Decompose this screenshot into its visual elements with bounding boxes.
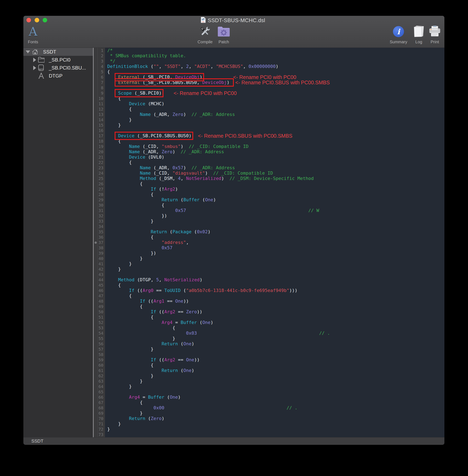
print-button[interactable]: Print	[419, 25, 444, 44]
code-line[interactable]: Name (_ADR, Zero) // _ADR: Address	[105, 112, 330, 117]
code-line[interactable]: Arg4 = Buffer (One)	[105, 320, 330, 325]
code-line[interactable]: * SMBus compatibility table.	[105, 53, 330, 59]
code-line[interactable]: If (!Arg2)	[105, 187, 330, 192]
code-line[interactable]: }	[105, 411, 330, 416]
code-line[interactable]: Name (_ADR, 0x57) // _ADR: Address	[105, 165, 330, 170]
code-line[interactable]: }	[105, 346, 330, 352]
line-number: 11	[94, 101, 103, 106]
code-line[interactable]: }	[105, 336, 330, 341]
code-line[interactable]: Method (DTGP, 5, NotSerialized)	[105, 277, 330, 283]
code-line[interactable]	[105, 272, 330, 277]
zoom-button[interactable]	[43, 18, 47, 22]
code-line[interactable]: Method (_DSM, 4, NotSerialized) // _DSM:…	[105, 176, 330, 181]
code-line[interactable]: Name (_CID, "smbus") // _CID: Compatible…	[105, 144, 330, 149]
code-line[interactable]: {	[105, 283, 330, 288]
code-line[interactable]: Arg4 = Buffer (One)	[105, 395, 330, 400]
patch-icon	[208, 25, 239, 38]
line-number: 20	[94, 149, 103, 154]
code-line[interactable]: DefinitionBlock ("", "SSDT", 2, "ACDT", …	[105, 64, 330, 69]
code-line[interactable]: }	[105, 117, 330, 122]
line-number: 5	[94, 69, 103, 74]
sidebar-item-dtgp[interactable]: DTGP	[23, 72, 93, 80]
code-line[interactable]: {	[105, 293, 330, 298]
line-number: 19	[94, 144, 103, 149]
code-line[interactable]: Device (DVL0)	[105, 154, 330, 160]
code-line[interactable]: Return (Buffer (One)	[105, 197, 330, 203]
code-line[interactable]: 0x57	[105, 245, 330, 251]
code-line[interactable]	[105, 352, 330, 357]
code-line[interactable]: If ((Arg1 == One))	[105, 298, 330, 304]
line-number: 22	[94, 160, 103, 165]
sidebar-item-label: _SB.PCI0.SBU...	[49, 65, 86, 71]
line-number: 47	[94, 293, 103, 298]
code-line[interactable]: If ((Arg2 == One))	[105, 357, 330, 363]
code-line[interactable]: 0x03 // .	[105, 330, 330, 336]
fonts-label: Fonts	[23, 40, 48, 44]
sidebar-item-label: DTGP	[49, 73, 62, 79]
code-line[interactable]: }	[105, 427, 330, 432]
sidebar-item-ssdt[interactable]: SSDT	[23, 48, 93, 56]
line-number: 59	[94, 357, 103, 363]
code-line[interactable]: {	[105, 400, 330, 405]
code-line[interactable]: If ((Arg0 == ToUUID ("a0b5b7c6-1318-441c…	[105, 288, 330, 293]
code-line[interactable]: }	[105, 256, 330, 261]
disclosure-triangle-icon[interactable]	[26, 50, 30, 53]
code-line[interactable]: {	[105, 192, 330, 197]
code-line[interactable]: Return (One)	[105, 368, 330, 373]
sidebar-item-sb-pci0-sbus[interactable]: _SB.PCI0.SBU...	[23, 64, 93, 72]
line-number: 55	[94, 336, 103, 341]
line-number: 50	[94, 309, 103, 314]
code-line[interactable]: {	[105, 363, 330, 368]
code-line[interactable]: })	[105, 213, 330, 219]
code-line[interactable]: }	[105, 261, 330, 267]
code-line[interactable]: {	[105, 181, 330, 187]
code-line[interactable]: Return (Package (0x02)	[105, 229, 330, 235]
patch-button[interactable]: Patch	[208, 25, 239, 44]
code-line[interactable]: }	[105, 421, 330, 427]
code-line[interactable]: Device (MCHC)	[105, 101, 330, 106]
code-line[interactable]	[105, 432, 330, 437]
code-line[interactable]: }	[105, 373, 330, 379]
svg-text:DSL: DSL	[202, 21, 205, 23]
code-line[interactable]: {	[105, 314, 330, 320]
code-line[interactable]: }	[105, 384, 330, 389]
line-number: 7	[94, 80, 103, 85]
code-line[interactable]: {	[105, 304, 330, 309]
code-line[interactable]: {	[105, 106, 330, 112]
code-line[interactable]: 0x57 // W	[105, 208, 330, 213]
code-line[interactable]: })	[105, 251, 330, 256]
code-line[interactable]	[105, 389, 330, 395]
code-line[interactable]: "address",	[105, 240, 330, 245]
fonts-button[interactable]: A Fonts	[23, 25, 48, 44]
code-line[interactable]: }	[105, 379, 330, 384]
printer-icon	[419, 25, 444, 38]
code-line[interactable]: {	[105, 235, 330, 240]
close-button[interactable]	[27, 18, 31, 22]
code-line[interactable]: }	[105, 122, 330, 128]
code-line[interactable]: If ((Arg2 == Zero))	[105, 309, 330, 314]
line-number: 27	[94, 187, 103, 192]
code-line[interactable]: 0x00 // .	[105, 405, 330, 411]
code-line[interactable]: Name (_CID, "diagsvault") // _CID: Compa…	[105, 170, 330, 176]
code-line[interactable]: Return (One)	[105, 341, 330, 346]
code-line[interactable]: /*	[105, 48, 330, 53]
device-icon	[38, 64, 44, 72]
code-line[interactable]: {	[105, 325, 330, 330]
code-line[interactable]: Return (Zero)	[105, 416, 330, 421]
code-line[interactable]	[105, 224, 330, 229]
disclosure-triangle-icon[interactable]	[33, 66, 36, 70]
code-line[interactable]: */	[105, 59, 330, 64]
sidebar: SSDT _SB.PCI0 _SB.PCI0.SBU...	[23, 48, 93, 437]
code-line[interactable]: }	[105, 267, 330, 272]
code-lines[interactable]: /* * SMBus compatibility table. */Defini…	[105, 48, 330, 437]
line-number: 14	[94, 117, 103, 122]
line-number: 60	[94, 363, 103, 368]
code-line[interactable]: {	[105, 203, 330, 208]
line-number: 40	[94, 256, 103, 261]
code-line[interactable]: {	[105, 160, 330, 165]
code-line[interactable]: Name (_ADR, Zero) // _ADR: Address	[105, 149, 330, 154]
disclosure-triangle-icon[interactable]	[33, 58, 36, 62]
sidebar-item-sb-pci0[interactable]: _SB.PCI0	[23, 56, 93, 64]
minimize-button[interactable]	[35, 18, 39, 22]
code-line[interactable]: }	[105, 219, 330, 224]
